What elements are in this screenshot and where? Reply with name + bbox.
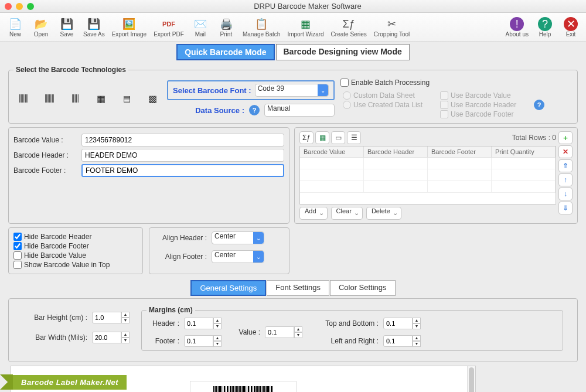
mode-selector: Quick Barcode Mode Barcode Designing vie…	[0, 42, 586, 62]
exit-button[interactable]: ✕Exit	[559, 14, 582, 41]
barcode-header-input[interactable]	[81, 149, 284, 162]
up-icon[interactable]: ▲	[121, 312, 130, 318]
down-icon[interactable]: ▼	[121, 318, 130, 323]
total-rows-label: Total Rows : 0	[512, 134, 556, 142]
remove-icon[interactable]: ✕	[558, 145, 573, 158]
folder-open-icon: 📂	[34, 17, 48, 31]
value-label: Barcode Value :	[13, 136, 78, 144]
footer-label: Barcode Footer :	[13, 166, 78, 175]
clear-rows-button[interactable]: Clear	[331, 207, 363, 220]
margin-header-input[interactable]	[184, 318, 213, 329]
create-series-button[interactable]: ΣƒCreate Series	[329, 14, 369, 41]
main-toolbar: 📄New 📂Open 💾Save 💾Save As 🖼️Export Image…	[0, 13, 586, 42]
use-value-checkbox	[440, 91, 448, 100]
hide-header-checkbox[interactable]	[13, 233, 22, 241]
margins-legend: Margins (cm)	[146, 306, 195, 314]
help-button[interactable]: ?Help	[533, 14, 557, 41]
show-top-checkbox[interactable]	[13, 261, 22, 269]
cropping-tool-button[interactable]: ✂Cropping Tool	[372, 14, 413, 41]
titlebar: DRPU Barcode Maker Software	[0, 0, 586, 13]
save-button[interactable]: 💾Save	[55, 14, 79, 41]
mail-button[interactable]: ✉️Mail	[189, 14, 212, 41]
barcode-value-input[interactable]	[81, 134, 284, 146]
batch-icon: 📋	[254, 17, 268, 31]
created-list-radio	[343, 101, 351, 109]
add-row-button[interactable]: Add	[299, 207, 328, 220]
new-button[interactable]: 📄New	[4, 14, 27, 41]
series-icon: Σƒ	[342, 17, 356, 31]
hide-fieldset: Hide Barcode Header Hide Barcode Footer …	[8, 227, 143, 274]
down-icon[interactable]: ▼	[121, 338, 130, 343]
qr-icon[interactable]: ▦	[93, 91, 108, 106]
print-button[interactable]: 🖨️Print	[214, 14, 238, 41]
margin-lr-input[interactable]	[383, 335, 413, 347]
brand-ribbon: Barcode Label Maker.Net	[0, 374, 127, 390]
preview-scrollbar[interactable]	[467, 366, 475, 392]
settings-tabs: General Settings Font Settings Color Set…	[8, 280, 578, 296]
tab-font[interactable]: Font Settings	[267, 280, 329, 296]
saveas-button[interactable]: 💾Save As	[81, 14, 107, 41]
margin-tb-input[interactable]	[383, 318, 413, 329]
bar-height-input[interactable]	[92, 312, 121, 323]
enable-batch-label: Enable Batch Processing	[351, 79, 430, 87]
data-grid[interactable]: Barcode Value Barcode Header Barcode Foo…	[299, 146, 556, 204]
enable-batch-checkbox[interactable]	[340, 79, 349, 87]
barcode-footer-input[interactable]	[81, 164, 284, 177]
col-value: Barcode Value	[300, 146, 364, 157]
chevron-down-icon: ⌄	[253, 251, 264, 263]
chevron-down-icon: ⌄	[253, 232, 264, 244]
minimize-icon[interactable]	[16, 3, 23, 10]
use-footer-checkbox	[440, 110, 448, 118]
design-mode-button[interactable]: Barcode Designing view Mode	[276, 44, 410, 60]
data-source-info-icon[interactable]: ?	[249, 105, 260, 115]
tab-color[interactable]: Color Settings	[330, 280, 396, 296]
manage-batch-button[interactable]: 📋Manage Batch	[240, 14, 283, 41]
excel-tool-button[interactable]: ▦	[315, 131, 329, 144]
linear-barcode2-icon[interactable]	[42, 91, 57, 106]
exit-icon: ✕	[564, 17, 578, 31]
use-header-checkbox	[440, 101, 448, 109]
pdf417-icon[interactable]: ▤	[119, 91, 134, 106]
batch-info-icon[interactable]: ?	[534, 100, 544, 110]
import-wizard-button[interactable]: ▦Import Wizard	[285, 14, 326, 41]
close-icon[interactable]	[5, 3, 12, 10]
hide-footer-checkbox[interactable]	[13, 242, 22, 250]
font-label: Select Barcode Font :	[173, 86, 251, 95]
linear-barcode-icon[interactable]	[16, 91, 31, 106]
list-fieldset: Σƒ ▦ ▭ ☰ Total Rows : 0 Barcode Value Ba…	[294, 127, 578, 224]
header-label: Barcode Header :	[13, 151, 78, 159]
zoom-icon[interactable]	[27, 3, 34, 10]
align-footer-select[interactable]: Center⌄	[212, 250, 264, 263]
settings-fieldset: Bar Height (cm) :▲▼ Bar Width (Mils):▲▼ …	[8, 298, 578, 362]
margin-value-input[interactable]	[265, 326, 294, 338]
barcode-font-select[interactable]: Code 39⌄	[255, 84, 329, 97]
print-icon: 🖨️	[219, 17, 233, 31]
open-button[interactable]: 📂Open	[29, 14, 53, 41]
list-tool-button[interactable]: ☰	[347, 131, 361, 144]
about-button[interactable]: !About us	[503, 14, 531, 41]
hide-value-checkbox[interactable]	[13, 251, 22, 260]
move-down-icon[interactable]: ↓	[558, 188, 573, 200]
move-bottom-icon[interactable]: ⇓	[558, 202, 573, 214]
tab-general[interactable]: General Settings	[190, 280, 266, 296]
bar-width-input[interactable]	[92, 332, 121, 343]
datamatrix-icon[interactable]: ▩	[145, 91, 160, 106]
pdf-icon: PDF	[162, 17, 176, 31]
delete-row-button[interactable]: Delete	[366, 207, 401, 220]
margin-footer-input[interactable]	[184, 335, 213, 347]
export-pdf-button[interactable]: PDFExport PDF	[151, 14, 186, 41]
chevron-down-icon: ⌄	[318, 84, 328, 96]
move-up-icon[interactable]: ↑	[558, 173, 573, 186]
sheet-tool-button[interactable]: ▭	[331, 131, 345, 144]
up-icon[interactable]: ▲	[121, 332, 130, 338]
data-source-select[interactable]: Manual	[264, 104, 335, 117]
linear-barcode3-icon[interactable]	[67, 91, 83, 106]
add-icon[interactable]: ＋	[558, 131, 573, 144]
bar-width-label: Bar Width (Mils):	[23, 333, 87, 342]
value-fieldset: Barcode Value : Barcode Header : Barcode…	[8, 127, 289, 224]
align-header-select[interactable]: Center⌄	[212, 231, 264, 244]
series-tool-button[interactable]: Σƒ	[299, 131, 314, 144]
export-image-button[interactable]: 🖼️Export Image	[110, 14, 149, 41]
move-top-icon[interactable]: ⇑	[558, 159, 573, 172]
quick-mode-button[interactable]: Quick Barcode Mode	[176, 44, 274, 60]
